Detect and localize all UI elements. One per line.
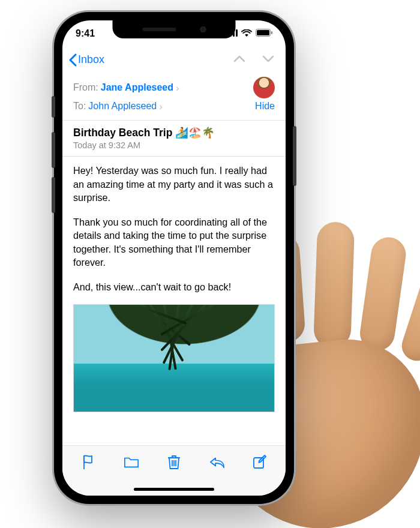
back-button[interactable]: Inbox — [68, 53, 104, 67]
battery-icon — [256, 28, 272, 39]
status-time: 9:41 — [76, 28, 95, 39]
paragraph: Hey! Yesterday was so much fun. I really… — [73, 164, 275, 205]
contact-avatar[interactable] — [253, 77, 275, 98]
subject-text: Birthday Beach Trip — [73, 127, 172, 139]
svg-rect-6 — [271, 31, 272, 34]
disclosure-icon: › — [176, 83, 179, 93]
home-indicator[interactable] — [134, 488, 214, 491]
mail-date: Today at 9:32 AM — [73, 140, 275, 150]
mail-body: Hey! Yesterday was so much fun. I really… — [62, 157, 286, 293]
paragraph: Thank you so much for coordinating all o… — [73, 215, 275, 269]
iphone-frame: 9:41 Inbox — [54, 12, 294, 504]
subject-block: Birthday Beach Trip 🏄🏖️🌴 Today at 9:32 A… — [62, 121, 286, 157]
reply-button[interactable] — [209, 454, 225, 470]
move-button[interactable] — [124, 454, 139, 470]
flag-button[interactable] — [80, 454, 96, 470]
delete-button[interactable] — [166, 454, 182, 470]
disclosure-icon: › — [159, 101, 163, 112]
from-label: From: — [73, 80, 98, 95]
back-label: Inbox — [78, 53, 104, 66]
mail-content[interactable]: From: Jane Appleseed › To: John Applesee… — [62, 73, 286, 445]
hide-details-button[interactable]: Hide — [255, 98, 275, 114]
compose-button[interactable] — [252, 454, 268, 470]
subject-emoji: 🏄🏖️🌴 — [175, 127, 215, 139]
paragraph: And, this view...can't wait to go back! — [73, 280, 275, 294]
svg-rect-3 — [236, 29, 238, 37]
to-label: To: — [73, 98, 86, 114]
wifi-icon — [241, 28, 252, 39]
next-message-button[interactable] — [262, 55, 275, 65]
mail-header: From: Jane Appleseed › To: John Applesee… — [62, 73, 286, 121]
attached-photo[interactable] — [73, 304, 275, 412]
nav-bar: Inbox — [62, 47, 286, 73]
svg-rect-5 — [257, 30, 269, 35]
prev-message-button[interactable] — [233, 55, 246, 65]
notch — [113, 20, 236, 38]
from-contact[interactable]: Jane Appleseed — [101, 80, 173, 95]
chevron-left-icon — [68, 53, 77, 67]
to-contact[interactable]: John Appleseed — [88, 98, 157, 114]
